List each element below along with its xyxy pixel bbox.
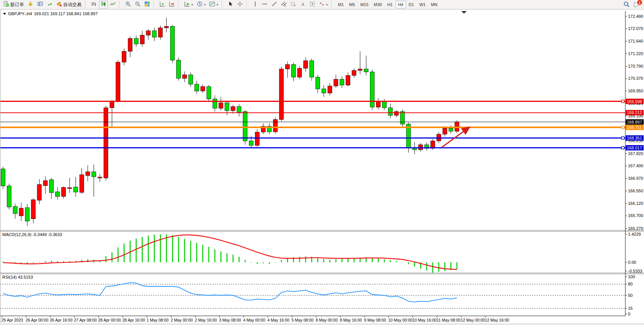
candle-body bbox=[201, 87, 205, 91]
line-chart-button[interactable] bbox=[108, 1, 117, 8]
trendline-icon bbox=[271, 1, 277, 8]
bar-chart-icon bbox=[91, 1, 97, 8]
templates-button[interactable]: ▾ bbox=[208, 1, 220, 8]
cursor-icon bbox=[228, 1, 233, 8]
time-tick-label: 28 Apr 00:00 bbox=[98, 318, 121, 322]
search-icon bbox=[623, 1, 630, 8]
auto-scroll-button[interactable] bbox=[158, 1, 167, 8]
periods-button[interactable]: ▾ bbox=[195, 1, 207, 8]
signals-button[interactable] bbox=[45, 1, 54, 8]
timeframe-m5[interactable]: M5 bbox=[346, 1, 357, 8]
candle-body bbox=[328, 86, 332, 93]
candle-body bbox=[177, 60, 181, 78]
candle-body bbox=[171, 26, 175, 60]
arrows-button[interactable]: ▾ bbox=[317, 1, 329, 8]
zoom-in-button[interactable] bbox=[124, 1, 132, 8]
line-handle[interactable] bbox=[622, 146, 624, 149]
timeframe-w1[interactable]: W1 bbox=[417, 1, 429, 8]
candle-body bbox=[134, 38, 138, 44]
timeframe-m15[interactable]: M15 bbox=[358, 1, 371, 8]
chart-dropdown-icon[interactable] bbox=[3, 13, 6, 15]
candle-body bbox=[49, 180, 54, 193]
candle-body bbox=[364, 69, 368, 72]
clock-icon bbox=[197, 1, 202, 8]
timeframe-m1[interactable]: M1 bbox=[335, 1, 346, 8]
candle-body bbox=[213, 99, 217, 108]
candle-body bbox=[25, 208, 29, 221]
tile-windows-button[interactable] bbox=[143, 1, 151, 8]
candle-body bbox=[358, 69, 362, 70]
rsi-tick-label: 15 bbox=[628, 306, 633, 311]
line-handle[interactable] bbox=[622, 100, 624, 103]
broom-button[interactable] bbox=[26, 1, 35, 8]
timeframe-m30[interactable]: M30 bbox=[371, 1, 384, 8]
new-order-button[interactable]: 新订单 bbox=[2, 1, 26, 8]
candle-body bbox=[92, 172, 96, 177]
mt4-window: 172.490172.070171.640171.220170.790170.3… bbox=[0, 0, 644, 325]
template-icon bbox=[209, 1, 215, 8]
timeframe-h4[interactable]: H4 bbox=[395, 1, 406, 8]
rsi-tick-label: 50 bbox=[628, 293, 633, 298]
bar-chart-button[interactable] bbox=[89, 1, 98, 8]
chart-shift-button[interactable] bbox=[167, 1, 176, 8]
price-badge-label: 168.351 bbox=[627, 136, 642, 140]
zoom-out-button[interactable] bbox=[133, 1, 142, 8]
candle-body bbox=[183, 75, 187, 78]
text-icon: A bbox=[300, 1, 306, 8]
candle-body bbox=[158, 28, 163, 37]
candle-body bbox=[1, 169, 5, 186]
auto-trading-button[interactable]: 自动交易 bbox=[55, 1, 83, 8]
notifications-button[interactable]: 1 bbox=[632, 1, 641, 8]
candle-body bbox=[316, 77, 320, 89]
horizontal-line-button[interactable] bbox=[260, 1, 269, 8]
candle-body bbox=[231, 106, 235, 111]
candle-body bbox=[207, 87, 211, 99]
candle-body bbox=[285, 65, 290, 69]
search-button[interactable] bbox=[622, 1, 631, 8]
equidistant-channel-button[interactable]: E bbox=[279, 1, 288, 8]
fibonacci-icon: F bbox=[290, 1, 296, 8]
time-tick-label: 12 May 16:00 bbox=[485, 318, 509, 322]
new-order-label: 新订单 bbox=[10, 2, 24, 8]
candle-body bbox=[394, 112, 399, 116]
vertical-line-button[interactable] bbox=[251, 1, 260, 8]
candle-body bbox=[122, 51, 126, 62]
price-badge-label: 169.598 bbox=[627, 99, 642, 104]
chart-area: 172.490172.070171.640171.220170.790170.3… bbox=[0, 0, 644, 325]
price-tick-label: 166.550 bbox=[628, 189, 643, 193]
candlestick-chart-button[interactable] bbox=[99, 1, 108, 8]
line-handle[interactable] bbox=[622, 137, 624, 140]
crosshair-button[interactable] bbox=[236, 1, 244, 8]
candle-body bbox=[449, 128, 453, 132]
line-handle[interactable] bbox=[622, 126, 624, 129]
timeframe-d1[interactable]: D1 bbox=[406, 1, 417, 8]
fibonacci-button[interactable]: F bbox=[289, 1, 298, 8]
time-tick-label: 28 Apr 16:00 bbox=[123, 318, 145, 322]
timeframe-h1[interactable]: H1 bbox=[384, 1, 395, 8]
megaphone-icon bbox=[56, 1, 62, 8]
toolbar-separator bbox=[246, 1, 249, 8]
candle-body bbox=[346, 75, 350, 85]
timeframe-mn[interactable]: MN bbox=[428, 1, 440, 8]
macd-indicator-label: MACD(12,26,9) -0.3449 -0.3633 bbox=[2, 232, 62, 237]
cursor-button[interactable] bbox=[226, 1, 235, 8]
candle-body bbox=[7, 186, 11, 207]
trendline-button[interactable] bbox=[270, 1, 279, 8]
candle-body bbox=[67, 188, 72, 189]
text-label-icon: T bbox=[309, 1, 315, 8]
horizontal-line-icon bbox=[262, 1, 268, 8]
time-tick-label: 2 May 00:00 bbox=[171, 318, 193, 322]
text-label-button[interactable]: T bbox=[308, 1, 317, 8]
candle-body bbox=[140, 35, 144, 44]
candle-body bbox=[62, 187, 66, 197]
price-tick-label: 172.490 bbox=[628, 14, 643, 19]
candle-body bbox=[388, 108, 392, 115]
candle-body bbox=[146, 31, 150, 35]
time-tick-label: 26 Apr 16:00 bbox=[50, 318, 73, 322]
terminal-button[interactable] bbox=[36, 1, 45, 8]
text-button[interactable]: A bbox=[298, 1, 307, 8]
indicators-button[interactable]: ▾ bbox=[183, 1, 194, 8]
crosshair-icon bbox=[237, 1, 243, 8]
candle-body bbox=[152, 31, 156, 37]
candle-body bbox=[304, 61, 308, 68]
